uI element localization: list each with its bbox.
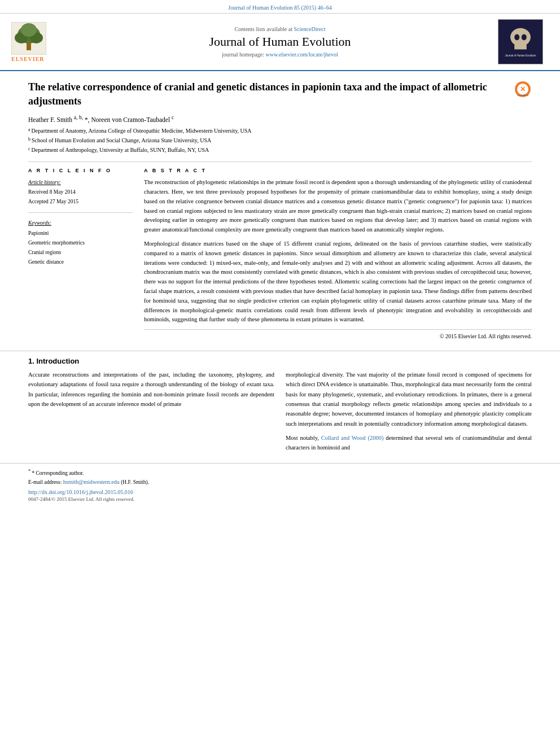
crossmark-icon: ✕ CrossMark: [514, 80, 532, 98]
article-info-heading: A R T I C L E I N F O: [28, 168, 133, 173]
page-wrapper: Journal of Human Evolution 85 (2015) 46–…: [0, 0, 560, 504]
top-bar: Journal of Human Evolution 85 (2015) 46–…: [0, 0, 560, 14]
svg-point-5: [21, 23, 37, 37]
abstract-panel: A B S T R A C T The reconstruction of ph…: [144, 168, 532, 339]
svg-point-11: [522, 34, 527, 41]
body-content: 1. Introduction Accurate reconstructions…: [0, 351, 560, 463]
journal-title: Journal of Human Evolution: [62, 34, 498, 49]
author-names: Heather F. Smith a, b, *, Noreen von Cra…: [28, 116, 174, 123]
affiliation-a: a Department of Anatomy, Arizona College…: [28, 126, 532, 136]
copyright-line: © 2015 Elsevier Ltd. All rights reserved…: [144, 329, 532, 339]
doi-line: http://dx.doi.org/10.1016/j.jhevol.2015.…: [28, 489, 532, 495]
keywords-section: Keywords: Papionini Geometric morphometr…: [28, 219, 133, 267]
issn-line: 0047-2484/© 2015 Elsevier Ltd. All right…: [28, 496, 532, 502]
received-date: Received 8 May 2014: [28, 187, 133, 197]
homepage-line: journal homepage: www.elsevier.com/locat…: [62, 51, 498, 58]
affiliation-c: c Department of Anthropology, University…: [28, 146, 532, 155]
email-line: E-mail address: hsmith@midwestern.edu (H…: [28, 478, 532, 487]
keywords-label: Keywords:: [28, 219, 133, 228]
email-label: E-mail address:: [28, 479, 63, 485]
affil-a-text: Department of Anatomy, Arizona College o…: [32, 126, 252, 136]
contents-line: Contents lists available at ScienceDirec…: [62, 26, 498, 32]
article-title-text: The relative correspondence of cranial a…: [28, 80, 505, 108]
article-info-abstract: A R T I C L E I N F O Article history: R…: [28, 161, 532, 339]
divider: [28, 212, 133, 213]
svg-rect-9: [514, 44, 527, 49]
intro-right: morphological diversity. The vast majori…: [286, 370, 532, 457]
keyword-4: Genetic distance: [28, 257, 133, 267]
homepage-link[interactable]: www.elsevier.com/locate/jhevol: [266, 51, 338, 58]
article-info-panel: A R T I C L E I N F O Article history: R…: [28, 168, 133, 339]
section-1-heading: Introduction: [36, 357, 79, 365]
journal-header: ELSEVIER Contents lists available at Sci…: [0, 14, 560, 71]
accepted-date: Accepted 27 May 2015: [28, 197, 133, 207]
corresponding-author-note: * * Corresponding author.: [28, 468, 532, 478]
page-footer: * * Corresponding author. E-mail address…: [0, 463, 560, 505]
intro-para-left-1: Accurate reconstructions and interpretat…: [28, 370, 274, 409]
section-1-number: 1.: [28, 357, 34, 365]
abstract-para-2: Morphological distance matrices based on…: [144, 239, 532, 325]
email-suffix: (H.F. Smith).: [121, 479, 149, 485]
intro-para-right-1: morphological diversity. The vast majori…: [286, 370, 532, 429]
abstract-para-1: The reconstruction of phylogenetic relat…: [144, 178, 532, 235]
journal-cover-right: Journal of Human Evolution: [498, 19, 549, 64]
article-content: The relative correspondence of cranial a…: [0, 71, 560, 345]
doi-link[interactable]: http://dx.doi.org/10.1016/j.jhevol.2015.…: [28, 489, 133, 495]
abstract-heading: A B S T R A C T: [144, 168, 532, 173]
sciencedirect-link[interactable]: ScienceDirect: [294, 26, 325, 32]
keyword-2: Geometric morphometrics: [28, 238, 133, 248]
history-label: Article history:: [28, 178, 133, 187]
svg-text:Journal of Human Evolution: Journal of Human Evolution: [505, 54, 536, 57]
svg-point-10: [514, 34, 519, 41]
elsevier-tree-icon: [11, 22, 46, 55]
affil-b-text: School of Human Evolution and Social Cha…: [32, 136, 211, 145]
collard-wood-link[interactable]: Collard and Wood (2000): [321, 435, 384, 441]
keyword-1: Papionini: [28, 229, 133, 238]
intro-two-col: Accurate reconstructions and interpretat…: [28, 370, 532, 457]
elsevier-brand-text: ELSEVIER: [11, 56, 45, 62]
section-1-title: 1. Introduction: [28, 357, 532, 365]
affiliation-b: b School of Human Evolution and Social C…: [28, 136, 532, 145]
svg-text:✕: ✕: [520, 85, 526, 93]
footnote-marker: *: [28, 469, 30, 474]
elsevier-logo: ELSEVIER: [11, 22, 62, 62]
journal-cover-image: Journal of Human Evolution: [498, 19, 543, 64]
journal-center-info: Contents lists available at ScienceDirec…: [62, 26, 498, 58]
svg-rect-2: [27, 42, 31, 50]
intro-left: Accurate reconstructions and interpretat…: [28, 370, 274, 457]
corresponding-author-label: * Corresponding author.: [32, 470, 84, 476]
journal-reference: Journal of Human Evolution 85 (2015) 46–…: [228, 5, 331, 11]
affiliations: a Department of Anatomy, Arizona College…: [28, 126, 532, 155]
keyword-3: Cranial regions: [28, 248, 133, 257]
svg-text:CrossMark: CrossMark: [517, 94, 529, 97]
abstract-text: The reconstruction of phylogenetic relat…: [144, 178, 532, 325]
article-title-area: The relative correspondence of cranial a…: [28, 80, 532, 108]
article-history: Article history: Received 8 May 2014 Acc…: [28, 178, 133, 207]
affil-c-text: Department of Anthropology, University a…: [32, 146, 209, 155]
email-link[interactable]: hsmith@midwestern.edu: [63, 479, 120, 485]
authors-line: Heather F. Smith a, b, *, Noreen von Cra…: [28, 114, 532, 123]
intro-para-right-2: Most notably, Collard and Wood (2000) de…: [286, 433, 532, 453]
